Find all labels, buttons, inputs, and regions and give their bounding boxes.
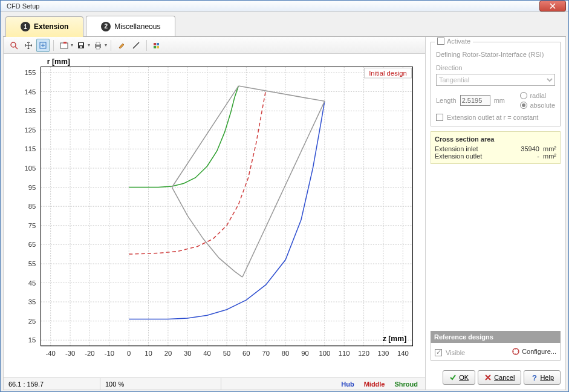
svg-text:45: 45 bbox=[28, 279, 36, 287]
help-icon: ? bbox=[530, 374, 538, 381]
absolute-radio[interactable] bbox=[520, 102, 527, 109]
activate-checkbox[interactable] bbox=[437, 38, 444, 45]
tab-bar: 1 Extension 2 Miscellaneous bbox=[1, 12, 568, 36]
svg-text:0: 0 bbox=[127, 350, 131, 357]
svg-rect-7 bbox=[80, 46, 82, 48]
dropdown-icon[interactable]: ▾ bbox=[105, 42, 107, 48]
save-button[interactable] bbox=[74, 39, 88, 52]
help-button[interactable]: ? Help bbox=[524, 370, 561, 385]
svg-text:55: 55 bbox=[28, 260, 36, 267]
dropdown-icon[interactable]: ▾ bbox=[71, 42, 73, 48]
svg-point-0 bbox=[11, 42, 16, 47]
svg-text:30: 30 bbox=[184, 350, 192, 357]
svg-text:60: 60 bbox=[242, 350, 250, 357]
cross-section-header: Cross section area bbox=[435, 136, 556, 143]
tab-extension[interactable]: 1 Extension bbox=[5, 16, 83, 37]
svg-text:20: 20 bbox=[164, 350, 172, 357]
svg-rect-12 bbox=[154, 43, 156, 45]
snapshot-icon bbox=[60, 41, 68, 50]
svg-text:-30: -30 bbox=[65, 350, 75, 357]
svg-text:130: 130 bbox=[378, 350, 389, 357]
separator bbox=[146, 40, 147, 51]
chart-area[interactable]: -40-30-20-100102030405060708090100110120… bbox=[4, 54, 425, 377]
zoom-box-button[interactable] bbox=[36, 39, 50, 52]
svg-text:10: 10 bbox=[145, 350, 152, 357]
svg-text:125: 125 bbox=[25, 126, 36, 134]
svg-text:115: 115 bbox=[25, 145, 36, 152]
outlet-value: - mm² bbox=[537, 152, 556, 160]
brush-button[interactable] bbox=[115, 39, 128, 52]
close-button[interactable] bbox=[539, 1, 566, 11]
dialog-buttons: OK Cancel ? Help bbox=[431, 370, 561, 385]
svg-text:110: 110 bbox=[339, 350, 350, 357]
ok-button[interactable]: OK bbox=[443, 370, 475, 385]
svg-text:70: 70 bbox=[262, 350, 270, 357]
svg-rect-9 bbox=[96, 42, 100, 45]
pan-button[interactable] bbox=[22, 39, 35, 52]
cancel-button[interactable]: Cancel bbox=[478, 370, 521, 385]
ext-outlet-row: Extension outlet at r = constant bbox=[436, 114, 555, 121]
svg-rect-4 bbox=[63, 42, 67, 44]
status-bar: 66.1 : 159.7 100 % Hub Middle Shroud bbox=[4, 377, 425, 390]
length-input[interactable] bbox=[460, 95, 490, 106]
ext-outlet-checkbox[interactable] bbox=[436, 114, 443, 121]
cross-section-box: Cross section area Extension inlet 35940… bbox=[431, 131, 561, 164]
activate-group: Activate Defining Rotor-Stator-Interface… bbox=[431, 42, 561, 126]
line-button[interactable] bbox=[129, 39, 143, 52]
chart-pane: ▾ ▾ ▾ -40-30-20-100102030405060708090100… bbox=[3, 37, 426, 390]
close-icon bbox=[550, 3, 556, 9]
print-button[interactable] bbox=[91, 39, 105, 52]
svg-text:155: 155 bbox=[25, 69, 36, 76]
save-icon bbox=[77, 41, 85, 50]
radial-radio[interactable] bbox=[520, 92, 527, 99]
reference-header: Reference designs bbox=[431, 331, 561, 343]
content-area: ▾ ▾ ▾ -40-30-20-100102030405060708090100… bbox=[3, 36, 566, 390]
titlebar: CFD Setup bbox=[1, 1, 568, 12]
legend-shroud: Shroud bbox=[395, 381, 418, 388]
svg-text:135: 135 bbox=[25, 107, 36, 114]
activate-label: Activate bbox=[447, 38, 470, 45]
tab-num-2: 2 bbox=[101, 22, 111, 31]
svg-text:35: 35 bbox=[28, 298, 36, 305]
chart-toolbar: ▾ ▾ ▾ bbox=[4, 37, 425, 54]
direction-select[interactable]: Tangential bbox=[436, 74, 555, 86]
tab-miscellaneous[interactable]: 2 Miscellaneous bbox=[86, 16, 175, 36]
svg-text:50: 50 bbox=[223, 350, 231, 357]
direction-label: Direction bbox=[436, 64, 555, 71]
separator bbox=[111, 40, 111, 51]
svg-line-11 bbox=[133, 42, 139, 48]
cfd-setup-window: CFD Setup 1 Extension 2 Miscellaneous ▾ … bbox=[0, 0, 569, 392]
chart-svg: -40-30-20-100102030405060708090100110120… bbox=[4, 54, 425, 377]
options-pane: Activate Defining Rotor-Stator-Interface… bbox=[426, 37, 566, 390]
svg-text:80: 80 bbox=[282, 350, 290, 357]
dropdown-icon[interactable]: ▾ bbox=[88, 42, 90, 48]
print-icon bbox=[94, 41, 102, 50]
svg-line-1 bbox=[15, 47, 18, 49]
svg-text:140: 140 bbox=[397, 350, 409, 357]
palette-button[interactable] bbox=[151, 39, 164, 52]
absolute-label: absolute bbox=[530, 102, 555, 109]
rsi-text: Defining Rotor-Stator-Interface (RSI) bbox=[436, 51, 555, 58]
svg-text:r [mm]: r [mm] bbox=[47, 57, 70, 66]
length-row: Length mm radial absolute bbox=[436, 92, 555, 109]
svg-rect-14 bbox=[154, 46, 156, 48]
visible-checkbox[interactable]: ✓ bbox=[435, 349, 442, 356]
tab-label: Extension bbox=[34, 22, 68, 31]
status-zoom: 100 % bbox=[100, 378, 221, 390]
svg-text:-10: -10 bbox=[105, 350, 114, 357]
svg-text:85: 85 bbox=[28, 203, 36, 210]
activate-body: Defining Rotor-Stator-Interface (RSI) Di… bbox=[436, 51, 555, 121]
visible-label: Visible bbox=[446, 349, 465, 356]
snapshot-button[interactable] bbox=[57, 39, 71, 52]
zoom-reset-button[interactable] bbox=[7, 39, 21, 52]
inlet-value: 35940 mm² bbox=[521, 145, 556, 152]
activate-title: Activate bbox=[435, 38, 473, 45]
svg-text:95: 95 bbox=[28, 184, 36, 191]
svg-text:?: ? bbox=[532, 374, 537, 381]
svg-text:65: 65 bbox=[28, 241, 36, 248]
svg-rect-3 bbox=[60, 43, 68, 48]
configure-button[interactable]: Configure... bbox=[512, 347, 556, 356]
tab-label: Miscellaneous bbox=[114, 22, 160, 31]
svg-text:105: 105 bbox=[25, 165, 36, 172]
svg-text:-20: -20 bbox=[85, 350, 94, 357]
